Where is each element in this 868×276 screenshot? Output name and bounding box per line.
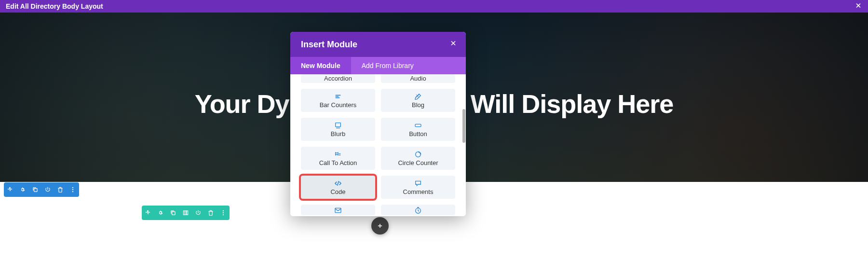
delete-icon[interactable] bbox=[54, 182, 67, 197]
scrollbar[interactable] bbox=[462, 109, 465, 143]
module-label: Code bbox=[330, 188, 345, 195]
module-item-call-to-action[interactable]: Call To Action bbox=[301, 147, 375, 170]
module-item-countdown[interactable]: Countdown Timer bbox=[381, 205, 455, 215]
svg-rect-4 bbox=[172, 212, 175, 215]
module-label: Call To Action bbox=[319, 159, 357, 166]
svg-rect-0 bbox=[34, 189, 37, 192]
modal-header: Insert Module bbox=[290, 32, 466, 57]
blurb-icon bbox=[334, 122, 342, 129]
svg-rect-15 bbox=[415, 124, 421, 126]
svg-point-9 bbox=[223, 212, 224, 213]
gear-icon[interactable] bbox=[16, 182, 29, 197]
close-icon[interactable] bbox=[854, 2, 862, 11]
module-item-blog[interactable]: Blog bbox=[381, 89, 455, 112]
code-icon bbox=[334, 179, 342, 187]
svg-point-3 bbox=[72, 191, 73, 192]
module-label: Blurb bbox=[331, 130, 345, 138]
call-to-action-icon bbox=[334, 151, 342, 158]
svg-point-1 bbox=[72, 187, 73, 188]
svg-point-8 bbox=[223, 210, 224, 211]
module-label: Bar Counters bbox=[320, 101, 357, 109]
countdown-icon bbox=[414, 207, 422, 214]
module-item-accordion[interactable]: Accordion bbox=[301, 74, 375, 83]
svg-rect-5 bbox=[183, 211, 185, 215]
comments-icon bbox=[414, 179, 422, 187]
duplicate-icon[interactable] bbox=[167, 206, 179, 220]
module-label: Audio bbox=[410, 75, 426, 82]
tab-new-module[interactable]: New Module bbox=[290, 57, 351, 74]
add-module-button[interactable] bbox=[371, 217, 389, 235]
move-icon[interactable] bbox=[4, 182, 16, 197]
svg-point-10 bbox=[223, 214, 224, 215]
module-label: Circle Counter bbox=[398, 159, 438, 166]
delete-icon[interactable] bbox=[204, 206, 217, 220]
power-icon[interactable] bbox=[192, 206, 204, 220]
module-item-blurb[interactable]: Blurb bbox=[301, 118, 375, 141]
section-toolbar-green bbox=[142, 206, 230, 220]
module-label: Button bbox=[409, 130, 427, 138]
svg-point-2 bbox=[72, 189, 73, 190]
modal-tabs: New Module Add From Library bbox=[290, 57, 466, 74]
move-icon[interactable] bbox=[142, 206, 154, 220]
module-item-button[interactable]: Button bbox=[381, 118, 455, 141]
circle-counter-icon bbox=[414, 151, 422, 158]
module-item-bar-counters[interactable]: Bar Counters bbox=[301, 89, 375, 112]
modal-body: AccordionAudioBar CountersBlogBlurbButto… bbox=[290, 74, 466, 216]
more-icon[interactable] bbox=[67, 182, 79, 197]
module-label: Blog bbox=[412, 101, 424, 109]
bar-counters-icon bbox=[334, 93, 342, 100]
module-label: Comments bbox=[403, 188, 434, 195]
module-item-comments[interactable]: Comments bbox=[381, 176, 455, 199]
svg-rect-7 bbox=[187, 211, 188, 215]
blog-icon bbox=[414, 93, 422, 100]
contact-form-icon bbox=[334, 207, 342, 214]
duplicate-icon[interactable] bbox=[29, 182, 41, 197]
close-icon[interactable] bbox=[449, 40, 457, 50]
tab-add-from-library[interactable]: Add From Library bbox=[351, 57, 424, 74]
modal-title: Insert Module bbox=[301, 40, 357, 50]
more-icon[interactable] bbox=[217, 206, 230, 220]
module-label: Accordion bbox=[324, 75, 352, 82]
module-item-contact-form[interactable]: Contact Form bbox=[301, 205, 375, 215]
module-item-circle-counter[interactable]: Circle Counter bbox=[381, 147, 455, 170]
gear-icon[interactable] bbox=[154, 206, 167, 220]
module-item-audio[interactable]: Audio bbox=[381, 74, 455, 83]
insert-module-modal: Insert Module New Module Add From Librar… bbox=[290, 32, 466, 216]
columns-icon[interactable] bbox=[179, 206, 192, 220]
page-title: Edit All Directory Body Layout bbox=[6, 2, 103, 10]
svg-rect-14 bbox=[336, 123, 341, 126]
svg-rect-6 bbox=[185, 211, 187, 215]
button-icon bbox=[414, 122, 422, 129]
page-header: Edit All Directory Body Layout bbox=[0, 0, 868, 13]
power-icon[interactable] bbox=[41, 182, 54, 197]
module-item-code[interactable]: Code bbox=[301, 176, 375, 199]
section-toolbar-blue bbox=[4, 182, 79, 197]
